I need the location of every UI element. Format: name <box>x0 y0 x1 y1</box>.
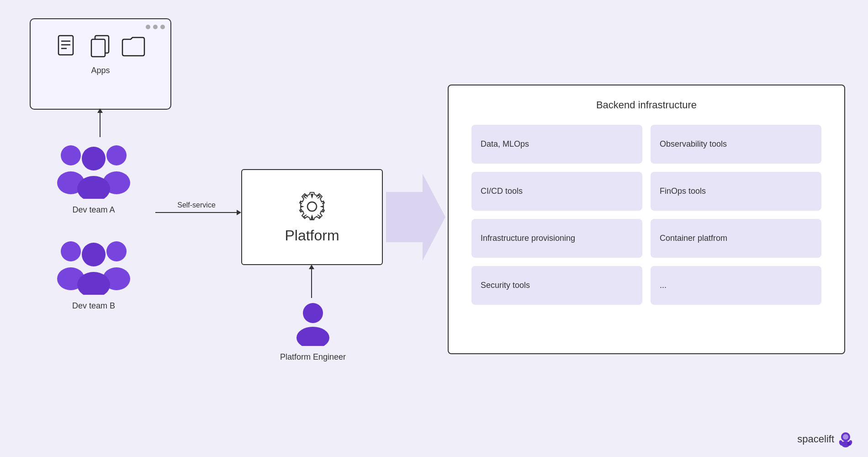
arrow-up-to-apps <box>100 112 101 137</box>
svg-point-10 <box>82 147 106 170</box>
svg-point-8 <box>106 145 127 165</box>
backend-item-4: Infrastructure provisioning <box>471 219 642 258</box>
backend-item-0: Data, MLOps <box>471 125 642 164</box>
dev-team-a-label: Dev team A <box>43 205 144 215</box>
svg-point-12 <box>61 241 81 261</box>
svg-point-16 <box>82 243 106 266</box>
svg-point-6 <box>61 145 81 165</box>
big-arrow-right <box>386 174 445 260</box>
spacelift-brand-name: spacelift <box>797 433 834 445</box>
backend-item-3: FinOps tools <box>651 172 821 211</box>
backend-item-2: CI/CD tools <box>471 172 642 211</box>
svg-point-23 <box>843 434 848 440</box>
svg-point-19 <box>303 303 323 323</box>
dev-team-a-icon <box>43 139 144 199</box>
svg-marker-21 <box>386 174 445 260</box>
astronaut-icon <box>837 430 854 448</box>
svg-point-20 <box>296 327 329 346</box>
platform-engineer-label: Platform Engineer <box>272 352 354 362</box>
apps-label: Apps <box>36 66 165 75</box>
spacelift-logo: spacelift <box>797 430 854 448</box>
svg-rect-27 <box>847 442 850 446</box>
self-service-arrow <box>155 212 238 213</box>
self-service-arrow-group: Self-service <box>155 201 238 213</box>
backend-infrastructure-box: Backend infrastructure Data, MLOps Obser… <box>448 85 845 354</box>
dev-team-a: Dev team A <box>43 139 144 215</box>
copy-icon <box>88 34 113 61</box>
backend-grid: Data, MLOps Observability tools CI/CD to… <box>462 125 831 305</box>
backend-item-5: Container platfrom <box>651 219 821 258</box>
backend-title: Backend infrastructure <box>462 99 831 111</box>
backend-item-1: Observability tools <box>651 125 821 164</box>
dev-team-b-icon <box>43 235 144 295</box>
window-dot-2 <box>153 25 158 29</box>
folder-icon <box>121 34 146 61</box>
svg-point-14 <box>106 241 127 261</box>
window-title-bar <box>36 25 165 29</box>
backend-item-7: ... <box>651 266 821 305</box>
self-service-label: Self-service <box>177 201 216 209</box>
platform-box: Platform <box>241 169 383 265</box>
apps-icons <box>36 34 165 61</box>
dev-team-b-label: Dev team B <box>43 301 144 311</box>
platform-engineer: Platform Engineer <box>272 300 354 362</box>
apps-window: Apps <box>30 18 171 110</box>
arrow-up-to-platform <box>311 268 312 298</box>
backend-item-6: Security tools <box>471 266 642 305</box>
svg-point-18 <box>307 202 317 211</box>
window-dot-3 <box>160 25 165 29</box>
file-icon <box>55 34 80 61</box>
window-dot-1 <box>146 25 150 29</box>
gear-icon <box>296 191 328 223</box>
platform-label: Platform <box>285 227 339 244</box>
svg-rect-5 <box>91 39 105 57</box>
dev-team-b: Dev team B <box>43 235 144 311</box>
platform-engineer-icon <box>295 300 331 346</box>
